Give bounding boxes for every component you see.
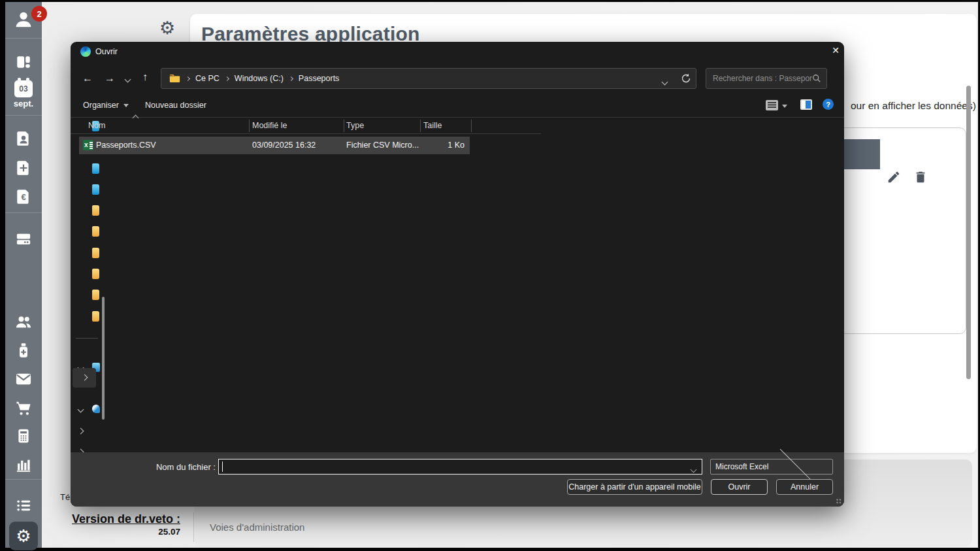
tree-node-cloud[interactable] (71, 400, 111, 420)
dialog-command-bar: Organiser Nouveau dossier ? (71, 96, 844, 118)
divider (5, 212, 42, 213)
help-icon[interactable]: ? (823, 99, 834, 110)
close-icon[interactable]: ✕ (828, 45, 843, 58)
up-button[interactable]: ↑ (142, 71, 148, 83)
sidebar-item-orders[interactable] (14, 399, 33, 420)
column-resize-handle[interactable] (344, 120, 344, 132)
search-placeholder: Rechercher dans : Passeports (713, 74, 812, 83)
dialog-footer: Nom du fichier : Microsoft Excel Comma S… (71, 452, 844, 507)
sidebar-item-pharmacy[interactable] (15, 342, 32, 361)
partially-hidden-button[interactable] (841, 139, 880, 169)
breadcrumb-folder[interactable]: Passeports (299, 74, 340, 83)
tree-node[interactable] (71, 422, 111, 441)
column-resize-handle[interactable] (249, 120, 250, 132)
file-row-selected[interactable]: x Passeports.CSV 03/09/2025 16:32 Fichie… (79, 137, 470, 154)
chevron-down-icon[interactable] (78, 407, 84, 413)
view-mode-chevron-icon[interactable] (782, 105, 787, 108)
people-icon (14, 313, 33, 331)
cancel-label: Annuler (791, 482, 819, 492)
sidebar-item-stats[interactable] (15, 456, 33, 476)
filename-label: Nom du fichier : (71, 462, 216, 472)
new-folder-button[interactable]: Nouveau dossier (145, 101, 206, 110)
breadcrumb-drive[interactable]: Windows (C:) (235, 74, 284, 83)
mail-icon (14, 370, 33, 388)
sidebar-item-clients[interactable] (14, 313, 33, 334)
notification-badge[interactable]: 2 (31, 6, 47, 22)
dialog-titlebar[interactable]: Ouvrir ✕ (71, 42, 844, 61)
divider (5, 115, 42, 116)
dialog-main-area: Nom Modifié le Type Taille x Passeports.… (71, 118, 844, 452)
open-button[interactable]: Ouvrir (711, 479, 768, 495)
view-mode-icon[interactable] (765, 99, 779, 111)
yellow-folder-icon[interactable] (92, 269, 99, 279)
sidebar-item-register[interactable] (15, 230, 33, 250)
calendar-icon: 03 (14, 80, 33, 97)
mobile-upload-button[interactable]: Charger à partir d'un appareil mobile (567, 479, 702, 495)
yellow-folder-icon[interactable] (92, 311, 99, 322)
address-bar[interactable]: Ce PC Windows (C:) Passeports (161, 68, 696, 89)
cart-icon (14, 399, 33, 417)
sidebar-item-lists[interactable] (15, 497, 33, 517)
app-sidebar: 2 03 sept. € (5, 2, 42, 548)
delete-trash-icon[interactable] (913, 170, 928, 184)
sidebar-item-new-file[interactable] (15, 159, 32, 179)
column-header-name[interactable]: Nom (88, 121, 105, 130)
column-header-modified[interactable]: Modifié le (252, 121, 287, 130)
preview-pane-icon[interactable] (800, 99, 812, 110)
yellow-folder-icon[interactable] (92, 290, 99, 300)
column-resize-handle[interactable] (471, 120, 472, 132)
filetype-select[interactable]: Microsoft Excel Comma Separa (710, 459, 833, 475)
sidebar-item-contacts[interactable] (15, 130, 32, 150)
excel-csv-file-icon: x (83, 140, 93, 150)
sidebar-item-calendar[interactable]: 03 (14, 80, 33, 97)
yellow-folder-icon[interactable] (92, 248, 99, 258)
history-chevron-icon[interactable] (125, 75, 130, 84)
filename-dropdown-chevron-icon[interactable] (691, 465, 696, 474)
edge-browser-icon (80, 46, 91, 57)
new-folder-label: Nouveau dossier (145, 101, 206, 110)
chevron-right-icon[interactable] (82, 375, 88, 381)
yellow-folder-icon[interactable] (92, 205, 99, 216)
breadcrumb-ce-pc[interactable]: Ce PC (195, 74, 220, 83)
back-button[interactable]: ← (82, 73, 93, 84)
folder-icon (169, 74, 180, 83)
sidebar-item-billing[interactable]: € (15, 188, 32, 208)
sidebar-item-accounting[interactable] (15, 427, 32, 447)
filename-input[interactable] (218, 459, 702, 475)
dialog-title: Ouvrir (95, 47, 118, 56)
chevron-right-icon[interactable] (78, 428, 84, 435)
sidebar-item-messages[interactable] (14, 370, 33, 391)
tree-separator (76, 338, 98, 339)
address-dropdown-chevron-icon[interactable] (662, 77, 667, 86)
settings-gear-icon: ⚙ (159, 18, 175, 39)
yellow-folder-icon[interactable] (92, 226, 99, 237)
list-icon (15, 497, 33, 514)
table-hint-text: our en afficher les données) (851, 100, 976, 112)
cash-register-icon (15, 230, 33, 248)
forward-button[interactable]: → (105, 73, 115, 84)
mobile-upload-label: Charger à partir d'un appareil mobile (568, 482, 701, 492)
sidebar-item-dashboard[interactable] (15, 54, 32, 73)
bar-chart-icon (15, 456, 33, 474)
search-box[interactable]: Rechercher dans : Passeports (706, 68, 827, 89)
refresh-icon[interactable] (681, 73, 691, 84)
app-scrollbar-thumb[interactable] (966, 86, 971, 379)
column-header-size[interactable]: Taille (423, 121, 442, 130)
organize-button[interactable]: Organiser (83, 101, 129, 110)
file-plus-icon (15, 159, 32, 176)
column-resize-handle[interactable] (420, 120, 421, 132)
search-icon (812, 74, 821, 83)
column-header-type[interactable]: Type (346, 121, 364, 130)
blue-folder-icon[interactable] (92, 163, 99, 174)
cancel-button[interactable]: Annuler (776, 479, 833, 495)
breadcrumb-separator (289, 76, 293, 80)
tree-node-selected[interactable] (73, 368, 96, 388)
blue-folder-icon[interactable] (92, 184, 99, 195)
contact-card-icon (15, 130, 32, 147)
calendar-day: 03 (19, 84, 27, 93)
edit-pencil-icon[interactable] (887, 170, 901, 184)
resize-grip[interactable] (836, 499, 842, 505)
tree-scrollbar-thumb[interactable] (102, 297, 105, 420)
file-type: Fichier CSV Micro... (346, 141, 419, 150)
breadcrumb-separator (225, 76, 229, 80)
